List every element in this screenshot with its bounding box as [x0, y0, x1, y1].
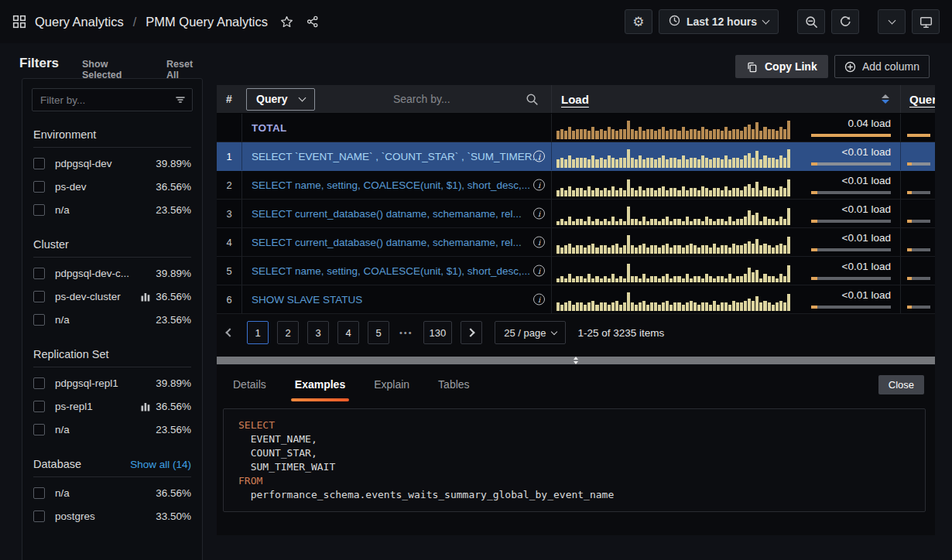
breadcrumb-separator: /	[132, 15, 138, 29]
query-count-bar	[907, 306, 930, 309]
page-size-value: 25 / page	[504, 327, 546, 339]
checkbox[interactable]	[33, 268, 45, 279]
checkbox[interactable]	[33, 204, 45, 216]
query-text[interactable]: SELECT name, setting, COALESCE(unit, $1)…	[252, 179, 551, 191]
info-icon[interactable]: i	[533, 179, 545, 191]
filter-section-title: Cluster	[33, 238, 69, 251]
page-button[interactable]: 2	[277, 321, 299, 344]
checkbox[interactable]	[33, 314, 45, 326]
pagination: 12345 ••• 130 25 / page 1-25 of 3235 ite…	[218, 319, 933, 347]
bar-chart-icon	[141, 401, 150, 411]
row-number: 5	[217, 257, 241, 285]
page-button[interactable]: 1	[247, 321, 269, 344]
filter-item[interactable]: pdpgsql-dev 39.89%	[33, 152, 191, 175]
reset-all-button[interactable]: Reset All	[166, 59, 205, 80]
show-all-link[interactable]: Show all (14)	[130, 459, 191, 470]
query-text[interactable]: SELECT `EVENT_NAME` , `COUNT_STAR` , `SU…	[252, 151, 551, 162]
kiosk-mode-button[interactable]	[912, 9, 940, 34]
filter-item[interactable]: pdpgsql-dev-c... 39.89%	[33, 261, 191, 285]
share-icon[interactable]	[306, 15, 319, 28]
refresh-interval-dropdown[interactable]	[878, 9, 906, 34]
filter-item[interactable]: ps-dev 36.56%	[33, 175, 191, 198]
add-column-button[interactable]: Add column	[834, 55, 930, 78]
sort-icon[interactable]	[882, 94, 889, 104]
checkbox[interactable]	[33, 158, 45, 169]
filter-item[interactable]: postgres 33.50%	[33, 504, 191, 528]
details-tab[interactable]: Examples	[291, 376, 349, 401]
last-page-button[interactable]: 130	[423, 321, 453, 344]
next-page-button[interactable]	[461, 321, 482, 344]
checkbox[interactable]	[33, 291, 45, 302]
filter-item[interactable]: n/a 36.56%	[33, 481, 191, 504]
info-icon[interactable]: i	[533, 265, 545, 277]
query-text[interactable]: TOTAL	[252, 122, 551, 134]
row-number: 6	[217, 285, 241, 313]
checkbox[interactable]	[33, 424, 45, 435]
query-table-row[interactable]: 1 SELECT `EVENT_NAME` , `COUNT_STAR` , `…	[217, 142, 935, 171]
filter-item[interactable]: pdpgsql-repl1 39.89%	[33, 371, 191, 394]
page-button[interactable]: 5	[368, 321, 389, 344]
page-buttons: 12345	[247, 321, 389, 344]
refresh-button[interactable]	[831, 9, 859, 34]
checkbox[interactable]	[33, 377, 45, 389]
filter-sections: Environment pdpgsql-dev 39.89% ps-dev 36…	[22, 128, 202, 528]
filter-item-percent: 36.56%	[156, 401, 191, 412]
dimension-select[interactable]: Query	[246, 88, 315, 111]
query-table-row[interactable]: TOTAL 0.04 load	[217, 114, 935, 142]
search-input[interactable]	[315, 93, 551, 105]
close-button[interactable]: Close	[878, 375, 924, 394]
query-table-row[interactable]: 6 SHOW SLAVE STATUS i <0.01 load	[217, 285, 935, 314]
query-table-row[interactable]: 2 SELECT name, setting, COALESCE(unit, $…	[217, 171, 935, 200]
query-text[interactable]: SHOW SLAVE STATUS	[252, 294, 551, 306]
filter-search-input[interactable]	[32, 88, 193, 111]
apps-grid-icon[interactable]	[12, 15, 26, 29]
query-table-body: TOTAL 0.04 load 1 SELECT `EVENT_NAME` , …	[217, 114, 935, 314]
page-size-select[interactable]: 25 / page	[495, 321, 566, 344]
info-icon[interactable]: i	[533, 151, 545, 162]
details-tab[interactable]: Tables	[434, 376, 473, 401]
checkbox[interactable]	[33, 181, 45, 193]
filter-item[interactable]: n/a 23.56%	[33, 198, 191, 221]
query-count-bar	[907, 220, 930, 223]
load-progress-bar	[811, 162, 891, 166]
time-range-picker[interactable]: Last 12 hours	[659, 9, 779, 34]
top-nav-bar: Query Analytics / PMM Query Analytics ⚙	[0, 0, 952, 43]
search-icon[interactable]	[526, 93, 539, 106]
query-text[interactable]: SELECT current_database() datname, schem…	[252, 208, 551, 220]
details-tab[interactable]: Details	[229, 376, 270, 401]
checkbox[interactable]	[33, 401, 45, 412]
query-count-bar	[907, 277, 930, 280]
load-sparkline	[556, 290, 790, 311]
pagination-ellipsis: •••	[398, 328, 415, 337]
query-table-row[interactable]: 4 SELECT current_database() datname, sch…	[217, 228, 935, 257]
info-icon[interactable]: i	[533, 294, 545, 306]
filter-item[interactable]: ps-repl1 36.56%	[33, 394, 191, 418]
info-icon[interactable]: i	[533, 208, 545, 220]
query-table-row[interactable]: 3 SELECT current_database() datname, sch…	[217, 200, 935, 228]
query-text[interactable]: SELECT name, setting, COALESCE(unit, $1)…	[252, 265, 551, 277]
filter-item-percent: 36.56%	[156, 291, 191, 302]
zoom-out-button[interactable]	[797, 9, 825, 34]
dashboard-settings-button[interactable]: ⚙	[625, 9, 652, 34]
checkbox[interactable]	[33, 510, 45, 522]
query-table-row[interactable]: 5 SELECT name, setting, COALESCE(unit, $…	[217, 257, 935, 285]
filter-item[interactable]: ps-dev-cluster 36.56%	[33, 285, 191, 308]
filters-title: Filters	[19, 56, 59, 71]
query-count-column-header[interactable]: Quer	[909, 93, 935, 106]
info-icon[interactable]: i	[533, 237, 545, 248]
copy-link-button[interactable]: Copy Link	[735, 55, 828, 78]
prev-page-button[interactable]	[218, 321, 238, 344]
checkbox[interactable]	[33, 487, 45, 499]
show-selected-button[interactable]: Show Selected	[82, 59, 146, 80]
filter-item-label: n/a	[55, 204, 70, 216]
page-button[interactable]: 3	[307, 321, 329, 344]
query-text[interactable]: SELECT current_database() datname, schem…	[252, 237, 551, 248]
details-tab[interactable]: Explain	[370, 376, 413, 401]
filter-item[interactable]: n/a 23.56%	[33, 418, 191, 441]
panel-resizer[interactable]	[217, 357, 935, 364]
filter-item[interactable]: n/a 23.56%	[33, 308, 191, 331]
load-column-header[interactable]: Load	[561, 93, 589, 106]
breadcrumb-section[interactable]: Query Analytics	[35, 15, 124, 29]
page-button[interactable]: 4	[337, 321, 359, 344]
star-icon[interactable]	[280, 15, 293, 29]
